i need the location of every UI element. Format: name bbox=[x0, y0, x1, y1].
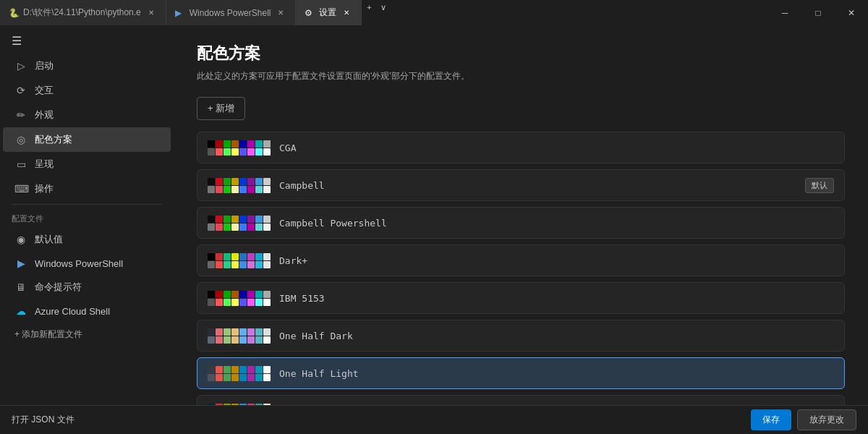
scheme-card-dark-plus[interactable]: Dark+ bbox=[197, 244, 845, 276]
sidebar-label-appearance: 外观 bbox=[35, 109, 54, 122]
swatch bbox=[216, 366, 223, 373]
swatch bbox=[247, 216, 255, 223]
minimize-button[interactable]: ─ bbox=[768, 0, 801, 25]
scheme-card-ibm-5153[interactable]: IBM 5153 bbox=[197, 282, 845, 314]
sidebar-label-azure-shell: Azure Cloud Shell bbox=[35, 306, 110, 317]
azure-shell-icon: ☁ bbox=[14, 305, 27, 317]
swatch bbox=[263, 140, 271, 148]
swatch bbox=[231, 140, 239, 148]
swatch bbox=[239, 328, 247, 336]
sidebar-item-rendering[interactable]: ▭ 呈现 bbox=[3, 152, 171, 176]
swatch bbox=[263, 216, 271, 223]
swatch bbox=[255, 261, 263, 268]
scheme-card-cga[interactable]: CGA bbox=[197, 132, 845, 163]
new-tab-button[interactable]: + bbox=[362, 0, 376, 14]
color-swatches-ibm-5153 bbox=[208, 291, 271, 306]
swatch bbox=[263, 253, 271, 260]
powershell-tab[interactable]: ▶ Windows PowerShell ✕ bbox=[166, 0, 297, 25]
actions-icon: ⌨ bbox=[14, 183, 27, 195]
page-title: 配色方案 bbox=[197, 43, 845, 64]
titlebar-tabs: 🐍 D:\软件\24.11\Python\python.e ✕ ▶ Window… bbox=[0, 0, 768, 25]
swatch bbox=[255, 224, 263, 231]
swatch bbox=[231, 299, 239, 306]
scheme-card-campbell[interactable]: Campbell默认 bbox=[197, 169, 845, 201]
swatch bbox=[263, 299, 271, 306]
swatch bbox=[231, 253, 239, 260]
swatch bbox=[208, 374, 215, 381]
swatch bbox=[208, 224, 215, 231]
sidebar-label-windows-ps: Windows PowerShell bbox=[35, 258, 123, 269]
color-swatches-dark-plus bbox=[208, 253, 271, 268]
open-json-button[interactable]: 打开 JSON 文件 bbox=[12, 414, 75, 426]
swatch bbox=[263, 186, 271, 193]
cmd-icon: 🖥 bbox=[14, 281, 27, 293]
sidebar-label-cmd: 命令提示符 bbox=[35, 281, 82, 294]
sidebar-item-windows-ps[interactable]: ▶ Windows PowerShell bbox=[3, 252, 171, 275]
save-button[interactable]: 保存 bbox=[751, 409, 791, 430]
scheme-name: Campbell Powershell bbox=[279, 218, 834, 229]
swatch bbox=[216, 299, 223, 306]
swatch bbox=[231, 336, 239, 344]
color-swatches-one-half-light bbox=[208, 366, 271, 381]
swatch bbox=[224, 140, 231, 148]
swatch bbox=[263, 261, 271, 268]
swatch bbox=[255, 374, 263, 381]
python-tab[interactable]: 🐍 D:\软件\24.11\Python\python.e ✕ bbox=[0, 0, 166, 25]
add-scheme-button[interactable]: + 新增 bbox=[197, 97, 245, 120]
swatch bbox=[224, 178, 231, 185]
swatch bbox=[208, 366, 215, 373]
python-tab-close[interactable]: ✕ bbox=[145, 7, 157, 19]
scheme-card-solarized-dark[interactable]: Solarized Dark bbox=[197, 395, 845, 405]
swatch bbox=[224, 148, 231, 156]
sidebar-item-color-schemes[interactable]: ◎ 配色方案 bbox=[3, 127, 171, 152]
sidebar-item-appearance[interactable]: ✏ 外观 bbox=[3, 103, 171, 127]
close-button[interactable]: ✕ bbox=[835, 0, 868, 25]
color-swatches-campbell-powershell bbox=[208, 216, 271, 231]
scheme-card-one-half-light[interactable]: One Half Light bbox=[197, 357, 845, 389]
bottombar-actions: 保存 放弃更改 bbox=[751, 409, 856, 430]
swatch bbox=[239, 261, 247, 268]
powershell-tab-close[interactable]: ✕ bbox=[275, 7, 286, 19]
settings-tab-close[interactable]: ✕ bbox=[341, 7, 352, 19]
scheme-name: CGA bbox=[279, 142, 834, 153]
sidebar-item-interaction[interactable]: ⟳ 交互 bbox=[3, 78, 171, 103]
swatch bbox=[239, 374, 247, 381]
hamburger-icon[interactable]: ☰ bbox=[0, 28, 174, 54]
swatch bbox=[216, 186, 223, 193]
sidebar-item-defaults[interactable]: ◉ 默认值 bbox=[3, 227, 171, 252]
scheme-card-campbell-powershell[interactable]: Campbell Powershell bbox=[197, 207, 845, 239]
sidebar-label-startup: 启动 bbox=[35, 59, 54, 72]
page-subtitle: 此处定义的方案可应用于配置文件设置页面的'外观'部分下的配置文件。 bbox=[197, 70, 845, 82]
swatch bbox=[247, 224, 255, 231]
sidebar-label-color-schemes: 配色方案 bbox=[35, 133, 72, 146]
swatch bbox=[231, 178, 239, 185]
discard-button[interactable]: 放弃更改 bbox=[797, 409, 856, 430]
sidebar-label-interaction: 交互 bbox=[35, 84, 54, 97]
powershell-icon: ▶ bbox=[175, 8, 185, 18]
settings-icon: ⚙ bbox=[305, 8, 315, 18]
scheme-name: One Half Light bbox=[279, 368, 834, 379]
swatch bbox=[247, 261, 255, 268]
maximize-button[interactable]: □ bbox=[801, 0, 835, 25]
swatch bbox=[224, 186, 231, 193]
swatch bbox=[231, 261, 239, 268]
scheme-card-one-half-dark[interactable]: One Half Dark bbox=[197, 320, 845, 352]
swatch bbox=[216, 224, 223, 231]
settings-tab[interactable]: ⚙ 设置 ✕ bbox=[296, 0, 362, 25]
sidebar-item-actions[interactable]: ⌨ 操作 bbox=[3, 176, 171, 201]
bottombar: 打开 JSON 文件 保存 放弃更改 bbox=[0, 405, 868, 434]
swatch bbox=[239, 216, 247, 223]
window-controls: ─ □ ✕ bbox=[768, 0, 868, 25]
swatch bbox=[247, 148, 255, 156]
sidebar-item-startup[interactable]: ▷ 启动 bbox=[3, 54, 171, 78]
tab-dropdown-button[interactable]: ∨ bbox=[376, 0, 391, 14]
sidebar-add-profile[interactable]: + 添加新配置文件 bbox=[3, 323, 171, 346]
swatch bbox=[247, 299, 255, 306]
swatch bbox=[208, 178, 215, 185]
swatch bbox=[216, 148, 223, 156]
sidebar-item-cmd[interactable]: 🖥 命令提示符 bbox=[3, 275, 171, 299]
swatch bbox=[255, 216, 263, 223]
content-area: 配色方案 此处定义的方案可应用于配置文件设置页面的'外观'部分下的配置文件。 +… bbox=[174, 25, 868, 405]
sidebar-item-azure-shell[interactable]: ☁ Azure Cloud Shell bbox=[3, 299, 171, 323]
swatch bbox=[231, 291, 239, 298]
